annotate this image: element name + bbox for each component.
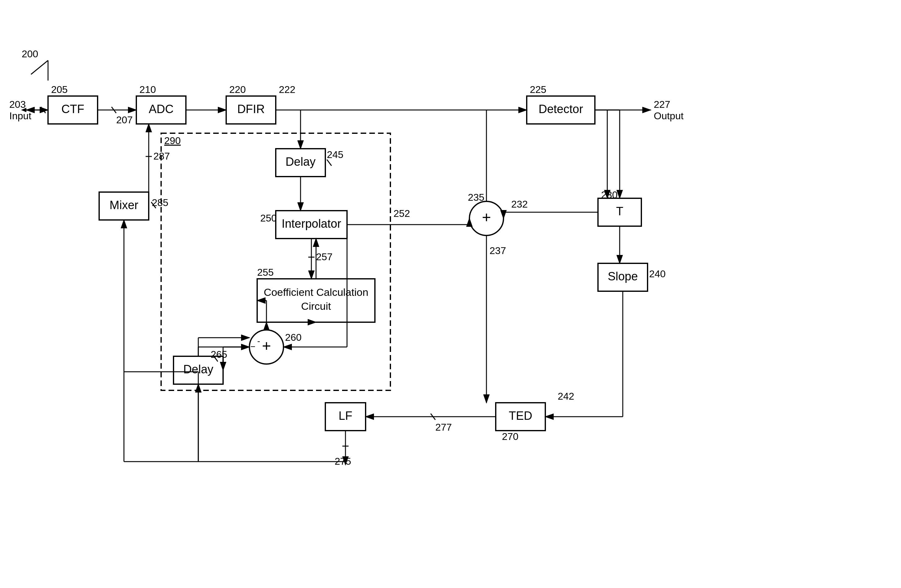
ref-277: 277 xyxy=(435,422,452,433)
sum2-plus: + xyxy=(262,337,271,354)
svg-line-44 xyxy=(327,159,332,166)
ted-label: TED xyxy=(509,409,532,422)
ref-265: 265 xyxy=(211,349,227,360)
ref-255: 255 xyxy=(257,267,274,278)
block-diagram: CTF ADC DFIR Detector Delay Interpolator… xyxy=(0,0,901,588)
ref-227: 227 xyxy=(654,99,670,110)
ref-290: 290 xyxy=(164,135,181,146)
ref-250: 250 xyxy=(260,212,277,224)
ref-210: 210 xyxy=(139,84,156,95)
ref-200: 200 xyxy=(22,48,38,59)
ref-235: 235 xyxy=(468,192,484,203)
lf-label: LF xyxy=(339,409,352,422)
ref-205: 205 xyxy=(51,84,67,95)
ref-203: 203 xyxy=(9,99,26,110)
ref-257: 257 xyxy=(316,251,332,262)
t-label: T xyxy=(616,205,623,218)
delay-top-label: Delay xyxy=(285,155,315,168)
ref-245: 245 xyxy=(327,149,343,160)
ref-220: 220 xyxy=(229,84,246,95)
coeff-label-2: Circuit xyxy=(301,300,331,312)
ref-242: 242 xyxy=(558,391,574,402)
ref-270: 270 xyxy=(502,431,518,442)
ref-225: 225 xyxy=(530,84,546,95)
sum2-minus: - xyxy=(257,336,260,346)
sum-plus: + xyxy=(482,209,491,226)
dfir-label: DFIR xyxy=(237,103,265,115)
output-label: Output xyxy=(654,110,683,122)
ctf-label: CTF xyxy=(61,103,84,115)
interpolator-label: Interpolator xyxy=(282,217,341,230)
detector-label: Detector xyxy=(538,103,583,115)
svg-line-2 xyxy=(31,61,48,74)
ref-230: 230 xyxy=(601,189,617,200)
ref-232: 232 xyxy=(511,198,528,210)
adc-label: ADC xyxy=(149,103,173,115)
ref-252: 252 xyxy=(393,208,410,219)
mixer-label: Mixer xyxy=(110,198,139,212)
ref-287: 287 xyxy=(153,151,170,162)
ref-237: 237 xyxy=(489,245,506,256)
ref-207: 207 xyxy=(116,114,132,125)
ref-240: 240 xyxy=(649,268,666,279)
sum2-minus-left: − xyxy=(250,342,255,351)
slope-label: Slope xyxy=(608,270,638,283)
coeff-label-1: Coefficient Calculation xyxy=(263,286,368,298)
ref-222: 222 xyxy=(279,84,295,95)
input-label: Input xyxy=(9,110,31,122)
ref-260: 260 xyxy=(285,332,301,343)
